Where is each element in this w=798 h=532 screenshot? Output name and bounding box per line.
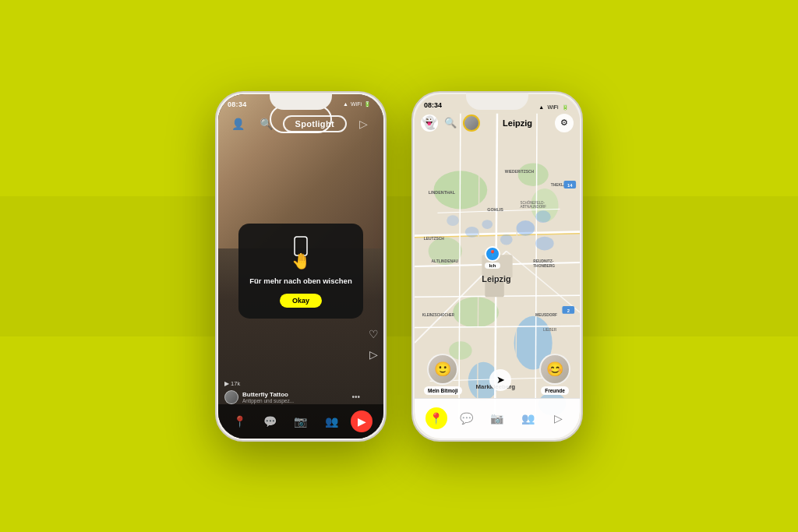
map-nav-stories[interactable]: ▷ xyxy=(547,407,569,429)
map-ghost-icon[interactable]: 👻 xyxy=(421,115,438,132)
friends-avatar: 😊 xyxy=(539,354,570,385)
signal2-icon: ▲ xyxy=(538,104,544,110)
bitmoji-label: Mein Bitmoji xyxy=(424,386,462,395)
map-search-icon[interactable]: 🔍 xyxy=(441,114,460,132)
video-info: ▶ 17k Butterfly Tattoo Antippen und susp… xyxy=(224,380,360,404)
snap-nav: 👤 🔍 Spotlight ▷ xyxy=(218,111,383,136)
okay-button[interactable]: Okay xyxy=(280,294,322,308)
map-nav-camera[interactable]: 📷 xyxy=(486,407,508,429)
svg-point-4 xyxy=(518,163,549,185)
svg-text:Leipzig: Leipzig xyxy=(482,273,510,283)
bottom-nav-phone1: 📍 💬 📷 👥 ▶ xyxy=(218,404,383,439)
phone-notch xyxy=(270,93,332,110)
spotlight-nav-label[interactable]: Spotlight xyxy=(283,115,347,132)
status-icons: ▲ WiFi 🔋 xyxy=(343,101,371,107)
hand-swipe-icon: 🤚 xyxy=(291,251,311,270)
heart-icon[interactable]: ♡ xyxy=(369,328,379,340)
person-nav-icon[interactable]: 👤 xyxy=(228,113,249,135)
svg-point-46 xyxy=(482,220,493,229)
user-subtitle: Antippen und suspez... xyxy=(242,398,294,403)
battery-icon: 🔋 xyxy=(364,101,371,107)
svg-text:ALTLINDENAU: ALTLINDENAU xyxy=(432,259,459,263)
user-text: Butterfly Tattoo Antippen und suspez... xyxy=(242,391,294,403)
video-side-actions: ♡ ▷ xyxy=(369,328,379,361)
friends-label: Freunde xyxy=(541,386,569,395)
marker-label: Ich xyxy=(485,262,500,269)
phone2-notch xyxy=(466,93,528,110)
svg-text:14: 14 xyxy=(567,182,573,187)
svg-text:LIEBER: LIEBER xyxy=(543,328,557,332)
nav-friends[interactable]: 👥 xyxy=(320,410,342,432)
svg-text:KLEINZSCHOCHER: KLEINZSCHOCHER xyxy=(422,312,455,316)
mein-bitmoji-button[interactable]: 🙂 Mein Bitmoji xyxy=(424,354,462,395)
user-location-marker: 📍 Ich xyxy=(485,246,500,269)
map-nav: 👻 🔍 Leipzig ⚙ xyxy=(415,111,580,135)
phone2-screen: LINDENTHAL WIEDERITZSCH THEKLA GOHLIS SC… xyxy=(415,94,580,439)
nav-camera[interactable]: 📷 xyxy=(290,410,312,432)
map-status-icons: ▲ WiFi 🔋 xyxy=(538,98,569,112)
svg-text:SCHÖNEFELD-: SCHÖNEFELD- xyxy=(520,199,545,204)
svg-text:LINDENTHAL: LINDENTHAL xyxy=(429,189,456,194)
modal-overlay: 🤚 Für mehr nach oben wischen Okay xyxy=(238,223,363,318)
signal-icon: ▲ xyxy=(343,101,348,107)
svg-rect-27 xyxy=(485,281,504,297)
phone1-content: 08:34 ▲ WiFi 🔋 👤 🔍 Spotlight ▷ xyxy=(218,94,383,439)
phones-container: 08:34 ▲ WiFi 🔋 👤 🔍 Spotlight ▷ xyxy=(215,91,583,442)
svg-text:ABTNAUNDORF: ABTNAUNDORF xyxy=(520,205,546,209)
svg-point-43 xyxy=(517,220,535,236)
map-nav-friends[interactable]: 👥 xyxy=(517,407,538,429)
phone2-content: LINDENTHAL WIEDERITZSCH THEKLA GOHLIS SC… xyxy=(415,94,580,439)
video-user: Butterfly Tattoo Antippen und suspez... … xyxy=(224,390,360,404)
swipe-gesture-icon: 🤚 xyxy=(291,235,311,270)
map-status-time: 08:34 xyxy=(424,101,442,109)
freunde-button[interactable]: 😊 Freunde xyxy=(539,354,570,395)
search-nav-icon[interactable]: 🔍 xyxy=(255,113,277,135)
nav-spotlight-active[interactable]: ▶ xyxy=(351,410,373,432)
more-options-icon[interactable]: ••• xyxy=(351,393,360,401)
map-user-avatar[interactable] xyxy=(463,115,480,132)
svg-text:MEUSDORF: MEUSDORF xyxy=(535,312,557,316)
svg-text:REUDNITZ-: REUDNITZ- xyxy=(533,259,554,263)
svg-text:LEUTZSCH: LEUTZSCH xyxy=(424,236,445,240)
svg-point-44 xyxy=(535,210,551,223)
nav-chat[interactable]: 💬 xyxy=(260,410,281,432)
bitmoji-avatar: 🙂 xyxy=(427,354,458,385)
battery2-icon: 🔋 xyxy=(562,104,569,110)
map-location-name: Leipzig xyxy=(483,118,552,128)
map-nav-chat[interactable]: 💬 xyxy=(456,407,478,429)
user-avatar xyxy=(224,390,238,404)
marker-dot: 📍 xyxy=(485,246,500,262)
compass-button[interactable]: ➤ xyxy=(489,369,511,391)
compass-icon: ➤ xyxy=(496,374,505,386)
forward-nav-icon[interactable]: ▷ xyxy=(352,113,374,135)
svg-point-48 xyxy=(535,236,554,250)
status-time: 08:34 xyxy=(228,100,247,108)
nav-location[interactable]: 📍 xyxy=(229,410,251,432)
map-bottom-buttons: 🙂 Mein Bitmoji ➤ 😊 Freunde xyxy=(415,354,580,395)
svg-point-47 xyxy=(465,226,479,237)
map-nav-location-active[interactable]: 📍 xyxy=(425,407,447,429)
modal-text: Für mehr nach oben wischen xyxy=(249,276,351,285)
map-settings-icon[interactable]: ⚙ xyxy=(555,114,574,132)
wifi-icon: WiFi xyxy=(351,101,362,107)
svg-text:GOHLIS: GOHLIS xyxy=(487,207,503,212)
svg-text:WIEDERITZSCH: WIEDERITZSCH xyxy=(505,170,535,174)
phone-map: LINDENTHAL WIEDERITZSCH THEKLA GOHLIS SC… xyxy=(411,91,583,442)
phone-screen: 08:34 ▲ WiFi 🔋 👤 🔍 Spotlight ▷ xyxy=(218,94,383,439)
svg-point-45 xyxy=(500,234,513,245)
map-bottom-nav: 📍 💬 📷 👥 ▷ xyxy=(415,398,580,439)
video-views: ▶ 17k xyxy=(224,380,360,387)
wifi2-icon: WiFi xyxy=(548,104,559,110)
phone-spotlight: 08:34 ▲ WiFi 🔋 👤 🔍 Spotlight ▷ xyxy=(215,91,387,442)
svg-point-49 xyxy=(447,215,459,226)
share-arrow-icon[interactable]: ▷ xyxy=(369,348,378,361)
user-name: Butterfly Tattoo xyxy=(242,391,294,398)
svg-text:THONBERG: THONBERG xyxy=(533,263,555,267)
